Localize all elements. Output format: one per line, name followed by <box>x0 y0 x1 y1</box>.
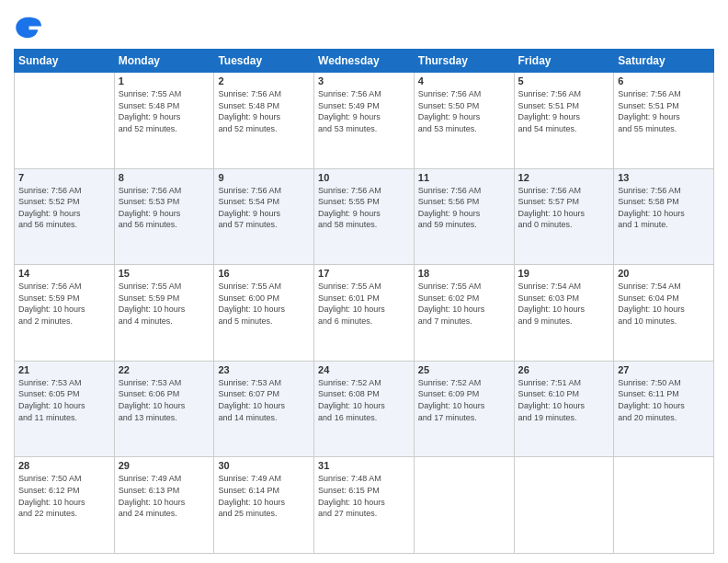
week-row-2: 7Sunrise: 7:56 AM Sunset: 5:52 PM Daylig… <box>15 168 714 265</box>
day-number: 21 <box>18 364 110 375</box>
calendar-cell: 1Sunrise: 7:55 AM Sunset: 5:48 PM Daylig… <box>114 73 214 169</box>
day-info: Sunrise: 7:56 AM Sunset: 5:52 PM Dayligh… <box>18 185 110 231</box>
day-info: Sunrise: 7:54 AM Sunset: 6:03 PM Dayligh… <box>518 281 610 327</box>
calendar-cell: 30Sunrise: 7:49 AM Sunset: 6:14 PM Dayli… <box>214 457 314 554</box>
calendar-cell: 19Sunrise: 7:54 AM Sunset: 6:03 PM Dayli… <box>514 265 614 362</box>
day-number: 6 <box>618 75 710 86</box>
day-number: 4 <box>418 75 510 86</box>
day-info: Sunrise: 7:55 AM Sunset: 6:01 PM Dayligh… <box>318 281 410 327</box>
day-number: 22 <box>119 364 210 375</box>
day-number: 7 <box>18 172 110 183</box>
calendar-cell: 14Sunrise: 7:56 AM Sunset: 5:59 PM Dayli… <box>15 265 115 362</box>
day-info: Sunrise: 7:56 AM Sunset: 5:51 PM Dayligh… <box>518 88 610 134</box>
calendar-cell: 13Sunrise: 7:56 AM Sunset: 5:58 PM Dayli… <box>614 168 714 265</box>
day-number: 11 <box>418 172 510 183</box>
day-number: 28 <box>18 460 110 471</box>
calendar-cell: 2Sunrise: 7:56 AM Sunset: 5:48 PM Daylig… <box>214 73 314 169</box>
calendar-cell: 23Sunrise: 7:53 AM Sunset: 6:07 PM Dayli… <box>214 361 314 457</box>
day-info: Sunrise: 7:53 AM Sunset: 6:05 PM Dayligh… <box>18 377 110 423</box>
day-number: 8 <box>119 172 210 183</box>
week-row-3: 14Sunrise: 7:56 AM Sunset: 5:59 PM Dayli… <box>15 265 714 362</box>
day-number: 23 <box>218 364 310 375</box>
day-number: 31 <box>318 460 410 471</box>
day-number: 9 <box>218 172 310 183</box>
day-number: 3 <box>318 75 410 86</box>
calendar-header-row: SundayMondayTuesdayWednesdayThursdayFrid… <box>15 50 714 73</box>
week-row-4: 21Sunrise: 7:53 AM Sunset: 6:05 PM Dayli… <box>15 361 714 457</box>
day-number: 17 <box>318 268 410 279</box>
calendar-cell: 29Sunrise: 7:49 AM Sunset: 6:13 PM Dayli… <box>114 457 214 554</box>
calendar-cell: 9Sunrise: 7:56 AM Sunset: 5:54 PM Daylig… <box>214 168 314 265</box>
calendar-cell: 16Sunrise: 7:55 AM Sunset: 6:00 PM Dayli… <box>214 265 314 362</box>
calendar-cell: 10Sunrise: 7:56 AM Sunset: 5:55 PM Dayli… <box>314 168 415 265</box>
day-info: Sunrise: 7:56 AM Sunset: 5:54 PM Dayligh… <box>218 185 310 231</box>
column-header-friday: Friday <box>514 50 614 73</box>
day-info: Sunrise: 7:52 AM Sunset: 6:09 PM Dayligh… <box>418 377 510 423</box>
day-info: Sunrise: 7:51 AM Sunset: 6:10 PM Dayligh… <box>518 377 610 423</box>
calendar-cell <box>15 73 115 169</box>
day-number: 26 <box>518 364 610 375</box>
day-info: Sunrise: 7:55 AM Sunset: 6:00 PM Dayligh… <box>218 281 310 327</box>
column-header-monday: Monday <box>114 50 214 73</box>
page: SundayMondayTuesdayWednesdayThursdayFrid… <box>0 0 728 563</box>
day-number: 15 <box>119 268 210 279</box>
day-info: Sunrise: 7:53 AM Sunset: 6:07 PM Dayligh… <box>218 377 310 423</box>
calendar-cell: 4Sunrise: 7:56 AM Sunset: 5:50 PM Daylig… <box>414 73 514 169</box>
day-number: 12 <box>518 172 610 183</box>
calendar-cell: 6Sunrise: 7:56 AM Sunset: 5:51 PM Daylig… <box>614 73 714 169</box>
logo <box>14 14 46 41</box>
column-header-saturday: Saturday <box>614 50 714 73</box>
calendar-cell: 18Sunrise: 7:55 AM Sunset: 6:02 PM Dayli… <box>414 265 514 362</box>
day-info: Sunrise: 7:56 AM Sunset: 5:55 PM Dayligh… <box>318 185 410 231</box>
header <box>14 14 714 41</box>
day-number: 20 <box>618 268 710 279</box>
day-info: Sunrise: 7:56 AM Sunset: 5:53 PM Dayligh… <box>119 185 210 231</box>
day-info: Sunrise: 7:49 AM Sunset: 6:13 PM Dayligh… <box>119 473 210 519</box>
day-info: Sunrise: 7:56 AM Sunset: 5:57 PM Dayligh… <box>518 185 610 231</box>
column-header-sunday: Sunday <box>15 50 115 73</box>
calendar-cell: 20Sunrise: 7:54 AM Sunset: 6:04 PM Dayli… <box>614 265 714 362</box>
day-number: 16 <box>218 268 310 279</box>
day-number: 14 <box>18 268 110 279</box>
calendar-cell: 8Sunrise: 7:56 AM Sunset: 5:53 PM Daylig… <box>114 168 214 265</box>
column-header-tuesday: Tuesday <box>214 50 314 73</box>
column-header-wednesday: Wednesday <box>314 50 415 73</box>
day-number: 29 <box>119 460 210 471</box>
day-info: Sunrise: 7:50 AM Sunset: 6:11 PM Dayligh… <box>618 377 710 423</box>
day-info: Sunrise: 7:56 AM Sunset: 5:49 PM Dayligh… <box>318 88 410 134</box>
calendar-cell: 3Sunrise: 7:56 AM Sunset: 5:49 PM Daylig… <box>314 73 415 169</box>
day-info: Sunrise: 7:56 AM Sunset: 5:58 PM Dayligh… <box>618 185 710 231</box>
calendar-cell: 26Sunrise: 7:51 AM Sunset: 6:10 PM Dayli… <box>514 361 614 457</box>
calendar-cell: 25Sunrise: 7:52 AM Sunset: 6:09 PM Dayli… <box>414 361 514 457</box>
calendar-cell: 7Sunrise: 7:56 AM Sunset: 5:52 PM Daylig… <box>15 168 115 265</box>
week-row-1: 1Sunrise: 7:55 AM Sunset: 5:48 PM Daylig… <box>15 73 714 169</box>
day-info: Sunrise: 7:56 AM Sunset: 5:59 PM Dayligh… <box>18 281 110 327</box>
calendar-cell: 15Sunrise: 7:55 AM Sunset: 5:59 PM Dayli… <box>114 265 214 362</box>
day-info: Sunrise: 7:53 AM Sunset: 6:06 PM Dayligh… <box>119 377 210 423</box>
day-info: Sunrise: 7:55 AM Sunset: 6:02 PM Dayligh… <box>418 281 510 327</box>
calendar-cell <box>614 457 714 554</box>
day-info: Sunrise: 7:52 AM Sunset: 6:08 PM Dayligh… <box>318 377 410 423</box>
day-info: Sunrise: 7:55 AM Sunset: 5:59 PM Dayligh… <box>119 281 210 327</box>
day-number: 27 <box>618 364 710 375</box>
calendar-cell <box>414 457 514 554</box>
day-number: 30 <box>218 460 310 471</box>
day-number: 1 <box>119 75 210 86</box>
calendar-cell: 12Sunrise: 7:56 AM Sunset: 5:57 PM Dayli… <box>514 168 614 265</box>
week-row-5: 28Sunrise: 7:50 AM Sunset: 6:12 PM Dayli… <box>15 457 714 554</box>
calendar-cell: 5Sunrise: 7:56 AM Sunset: 5:51 PM Daylig… <box>514 73 614 169</box>
day-info: Sunrise: 7:49 AM Sunset: 6:14 PM Dayligh… <box>218 473 310 519</box>
calendar-cell: 17Sunrise: 7:55 AM Sunset: 6:01 PM Dayli… <box>314 265 415 362</box>
day-info: Sunrise: 7:56 AM Sunset: 5:48 PM Dayligh… <box>218 88 310 134</box>
day-info: Sunrise: 7:56 AM Sunset: 5:51 PM Dayligh… <box>618 88 710 134</box>
day-number: 2 <box>218 75 310 86</box>
day-info: Sunrise: 7:55 AM Sunset: 5:48 PM Dayligh… <box>119 88 210 134</box>
day-number: 24 <box>318 364 410 375</box>
day-number: 18 <box>418 268 510 279</box>
calendar-cell: 22Sunrise: 7:53 AM Sunset: 6:06 PM Dayli… <box>114 361 214 457</box>
day-info: Sunrise: 7:56 AM Sunset: 5:56 PM Dayligh… <box>418 185 510 231</box>
day-number: 19 <box>518 268 610 279</box>
day-info: Sunrise: 7:56 AM Sunset: 5:50 PM Dayligh… <box>418 88 510 134</box>
calendar-cell <box>514 457 614 554</box>
calendar-cell: 21Sunrise: 7:53 AM Sunset: 6:05 PM Dayli… <box>15 361 115 457</box>
